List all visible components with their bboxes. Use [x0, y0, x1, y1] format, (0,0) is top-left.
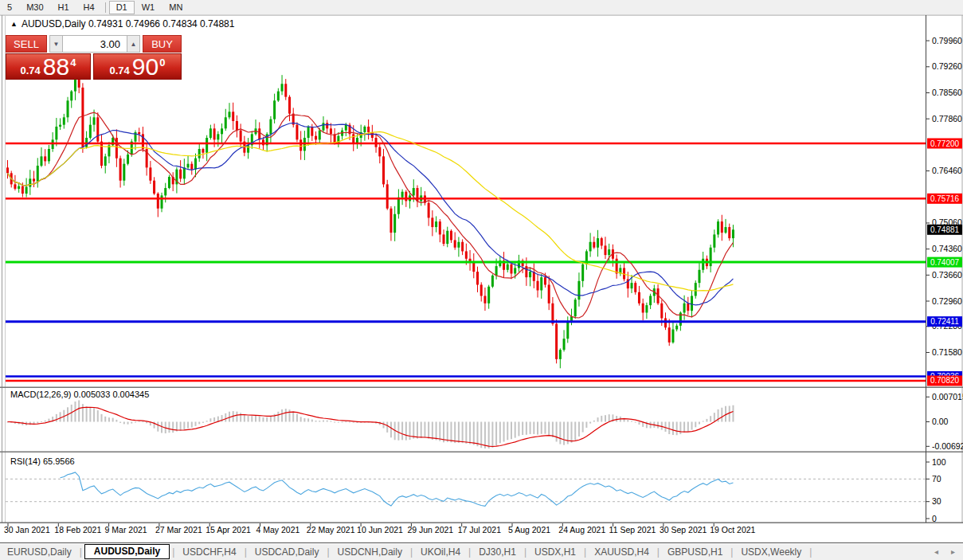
svg-text:18 Feb 2021: 18 Feb 2021 — [54, 525, 101, 535]
chart-tab-dj30-h1[interactable]: DJ30,H1 — [472, 546, 523, 558]
macd-indicator-label: MACD(12,26,9) 0.005033 0.004345 — [10, 390, 149, 399]
price-axis: 0.799600.792600.785600.778600.764600.750… — [926, 36, 963, 523]
tab-scroll-right-icon[interactable]: ▸ — [951, 547, 955, 556]
tab-scroll-left-icon[interactable]: ◂ — [934, 547, 938, 556]
timeframe-button-m30[interactable]: M30 — [19, 1, 50, 14]
chart-tab-usdchf-h4[interactable]: USDCHF,H4 — [175, 546, 243, 558]
svg-text:-0.006923: -0.006923 — [932, 441, 963, 451]
symbol-tabbar: EURUSD,Daily|AUDUSD,Daily|USDCHF,H4|USDC… — [0, 542, 963, 560]
svg-text:0.72411: 0.72411 — [930, 317, 959, 326]
chart-tab-usdcnh-daily[interactable]: USDCNH,Daily — [331, 546, 409, 558]
svg-text:0.72960: 0.72960 — [932, 296, 962, 306]
svg-text:0.76460: 0.76460 — [932, 166, 962, 175]
date-axis: 30 Jan 202118 Feb 20219 Mar 202127 Mar 2… — [4, 523, 756, 535]
tab-separator: | — [808, 546, 812, 558]
svg-text:24 Aug 2021: 24 Aug 2021 — [558, 525, 605, 535]
svg-text:0.78560: 0.78560 — [932, 88, 962, 97]
sell-price-big: 88 — [43, 56, 69, 78]
svg-text:4 May 2021: 4 May 2021 — [256, 525, 300, 535]
volume-stepper: ▼ ▲ — [49, 35, 140, 53]
buy-price-sup: 0 — [159, 57, 165, 69]
trading-terminal: { "toolbar": { "timeframes": ["5", "M30"… — [0, 0, 963, 560]
svg-text:0: 0 — [932, 514, 937, 523]
svg-text:0.77200: 0.77200 — [930, 139, 960, 148]
rsi-pane — [6, 472, 926, 507]
tab-separator: | — [79, 546, 83, 558]
timeframe-button-mn[interactable]: MN — [162, 1, 190, 14]
volume-input[interactable] — [63, 35, 127, 53]
buy-price-big: 90 — [132, 56, 159, 78]
level-lines-layer — [6, 143, 926, 381]
chart-tab-xauusd-h4[interactable]: XAUUSD,H4 — [587, 546, 656, 558]
svg-text:0.71580: 0.71580 — [932, 347, 962, 357]
svg-text:10 Jun 2021: 10 Jun 2021 — [357, 525, 403, 535]
trade-panel-row1: SELL ▼ ▲ BUY — [6, 35, 182, 53]
chart-canvas[interactable]: 0.799600.792600.785600.778600.764600.750… — [0, 14, 963, 543]
svg-text:9 Mar 2021: 9 Mar 2021 — [105, 525, 147, 535]
svg-text:17 Jul 2021: 17 Jul 2021 — [458, 525, 501, 535]
chevron-down-icon: ▼ — [53, 41, 60, 48]
svg-text:0.77860: 0.77860 — [932, 114, 962, 123]
svg-text:5 Aug 2021: 5 Aug 2021 — [508, 525, 550, 535]
svg-text:0.73660: 0.73660 — [932, 270, 962, 280]
volume-increase-button[interactable]: ▲ — [127, 35, 140, 53]
svg-text:19 Oct 2021: 19 Oct 2021 — [710, 525, 755, 535]
collapse-triangle-icon: ▲ — [10, 20, 18, 28]
svg-text:11 Sep 2021: 11 Sep 2021 — [609, 525, 656, 535]
trade-panel: SELL ▼ ▲ BUY 0.74 88 4 0.74 90 0 — [6, 35, 182, 80]
sell-price-prefix: 0.74 — [21, 65, 41, 76]
svg-text:30: 30 — [932, 496, 941, 506]
macd-pane — [7, 400, 734, 448]
timeframe-button-5[interactable]: 5 — [0, 1, 19, 14]
buy-quote-button[interactable]: 0.74 90 0 — [93, 53, 182, 80]
buy-price-prefix: 0.74 — [110, 65, 130, 76]
chart-tab-usdcad-daily[interactable]: USDCAD,Daily — [248, 546, 327, 558]
volume-decrease-button[interactable]: ▼ — [49, 35, 63, 53]
chart-tab-gbpusd-h1[interactable]: GBPUSD,H1 — [660, 546, 730, 558]
chart-tab-ukoil-h4[interactable]: UKOil,H4 — [413, 546, 468, 558]
chart-title-text: AUDUSD,Daily 0.74931 0.74966 0.74834 0.7… — [22, 18, 235, 29]
timeframe-button-h4[interactable]: H4 — [76, 1, 102, 14]
chart-tab-eurusd-daily[interactable]: EURUSD,Daily — [0, 546, 79, 558]
svg-text:0.74007: 0.74007 — [930, 258, 960, 267]
candles-layer — [6, 68, 734, 368]
sell-price-sup: 4 — [70, 57, 76, 69]
svg-text:30 Jan 2021: 30 Jan 2021 — [4, 525, 50, 535]
timeframe-toolbar: 5M30H1H4D1W1MN — [0, 0, 963, 15]
svg-text:0.79960: 0.79960 — [932, 36, 962, 45]
toolbar-separator — [105, 2, 106, 13]
svg-text:29 Jun 2021: 29 Jun 2021 — [407, 525, 453, 535]
trade-panel-row2: 0.74 88 4 0.74 90 0 — [6, 53, 182, 80]
chart-tab-audusd-daily[interactable]: AUDUSD,Daily — [84, 544, 170, 559]
svg-text:0.70820: 0.70820 — [930, 376, 960, 385]
svg-text:0.00: 0.00 — [932, 417, 949, 426]
svg-text:0.79260: 0.79260 — [932, 61, 962, 71]
timeframe-button-d1[interactable]: D1 — [109, 1, 135, 14]
timeframe-button-w1[interactable]: W1 — [135, 1, 162, 14]
svg-text:22 May 2021: 22 May 2021 — [307, 525, 355, 535]
sell-button[interactable]: SELL — [6, 35, 47, 53]
svg-text:0.74360: 0.74360 — [932, 244, 962, 253]
chart-tab-usdx-h1[interactable]: USDX,H1 — [527, 546, 583, 558]
sell-quote-button[interactable]: 0.74 88 4 — [6, 53, 91, 80]
chevron-up-icon: ▲ — [131, 41, 137, 48]
svg-text:70: 70 — [932, 474, 941, 484]
chart-title: ▲AUDUSD,Daily 0.74931 0.74966 0.74834 0.… — [10, 18, 234, 29]
svg-text:27 Mar 2021: 27 Mar 2021 — [155, 525, 202, 535]
svg-text:100: 100 — [932, 457, 946, 467]
svg-text:30 Sep 2021: 30 Sep 2021 — [660, 525, 707, 535]
tab-scroll-arrows: ◂▸ — [934, 547, 955, 556]
timeframe-button-h1[interactable]: H1 — [51, 1, 76, 14]
svg-text:0.75716: 0.75716 — [930, 194, 960, 203]
buy-button[interactable]: BUY — [143, 35, 182, 53]
rsi-indicator-label: RSI(14) 65.9566 — [10, 456, 75, 466]
svg-text:0.74881: 0.74881 — [930, 225, 960, 234]
chart-tab-usdx-weekly[interactable]: USDX,Weekly — [734, 546, 808, 558]
svg-text:0.007015: 0.007015 — [932, 392, 963, 401]
svg-text:15 Apr 2021: 15 Apr 2021 — [206, 525, 251, 535]
